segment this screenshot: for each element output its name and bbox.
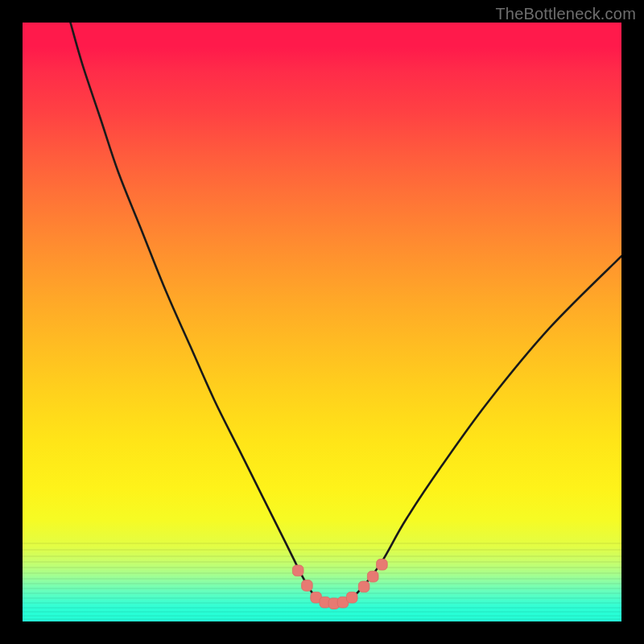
chart-svg: [23, 23, 621, 621]
highlight-dot: [302, 580, 313, 592]
plot-area: [23, 23, 621, 621]
bottleneck-curve: [71, 23, 622, 605]
app-frame: TheBottleneck.com: [0, 0, 644, 644]
highlight-dot: [358, 581, 369, 592]
highlight-dots: [292, 559, 387, 609]
curve-layer: [71, 23, 622, 605]
highlight-dot: [377, 559, 388, 571]
highlight-dot: [346, 592, 357, 603]
highlight-dot: [292, 565, 303, 576]
highlight-dot: [367, 571, 378, 582]
watermark-text: TheBottleneck.com: [495, 5, 636, 23]
